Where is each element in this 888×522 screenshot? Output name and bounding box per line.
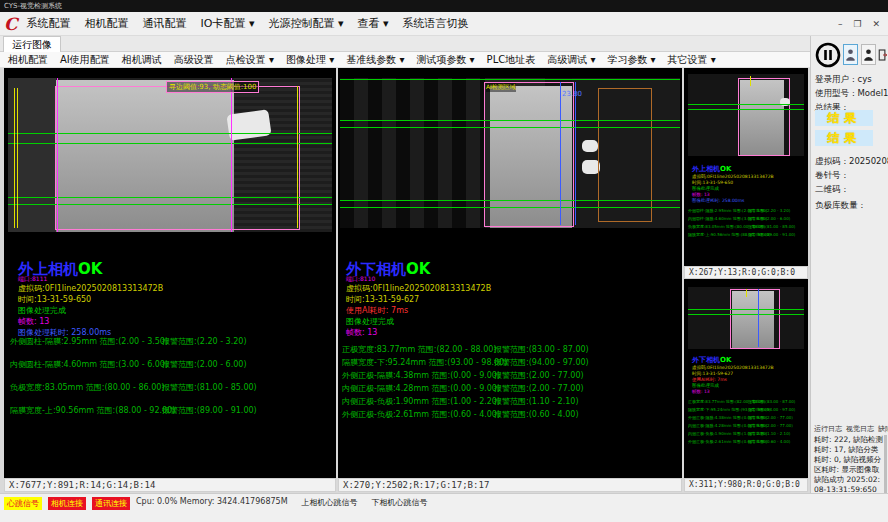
- mini-view-lower[interactable]: 外下相机OK 虚拟码:0FI1line2025020813313472B 时间:…: [684, 279, 808, 478]
- window-title: CYS-视觉检测系统: [4, 2, 62, 10]
- toolbar-test-params[interactable]: 测试项参数 ▾: [416, 53, 474, 67]
- result-ok: OK: [720, 165, 731, 173]
- process-done-text: 图像处理完成: [346, 316, 394, 327]
- login-user-button[interactable]: [843, 44, 858, 65]
- app-logo-icon: C: [4, 14, 18, 34]
- elapsed-text: 图像处理耗时: 258.00ms: [692, 198, 744, 203]
- maximize-button[interactable]: ❐: [853, 19, 861, 29]
- menu-language-switch[interactable]: 系统语言切换: [403, 16, 469, 31]
- tab-run-log[interactable]: 运行日志: [814, 424, 842, 434]
- process-done-text: 图像处理完成: [692, 383, 719, 388]
- mini-camera-image[interactable]: [688, 74, 804, 156]
- measure-line: [688, 109, 804, 110]
- ref-line: [746, 289, 747, 297]
- upper-camera-heartbeat-link[interactable]: 上相机心跳信号: [302, 497, 358, 508]
- measure-line: [340, 127, 680, 128]
- cpu-memory-text: Cpu: 0.0% Memory: 3424.41796875M: [136, 497, 288, 506]
- camera-image-lower[interactable]: 23.80 AI检测区域: [340, 78, 680, 228]
- toolbar-advanced-settings[interactable]: 高级设置: [174, 53, 214, 67]
- tab-run-image[interactable]: 运行图像: [3, 36, 61, 52]
- camera-image-upper[interactable]: 寻边阈值:93, 动态阈值:100: [8, 78, 332, 232]
- menu-items: 系统配置 相机配置 通讯配置 IO卡配置 ▾ 光源控制配置 ▾ 查看 ▾ 系统语…: [27, 16, 469, 31]
- alarm-range: 报警范围:(2.00 - 6.00): [162, 359, 247, 370]
- menu-bar: C 系统配置 相机配置 通讯配置 IO卡配置 ▾ 光源控制配置 ▾ 查看 ▾ 系…: [0, 12, 888, 36]
- tab-vision-log[interactable]: 视觉日志: [846, 424, 874, 434]
- exit-button[interactable]: [878, 44, 888, 65]
- measure-line: [340, 79, 680, 80]
- time-text: 时间:13-31-59-650: [18, 294, 91, 305]
- pixel-status-mini-bottom: X:311;Y:980;R:0;G:0;B:0: [684, 478, 808, 492]
- toolbar-baseline-params[interactable]: 基准线参数 ▾: [346, 53, 404, 67]
- machine-area: [8, 78, 56, 232]
- camera-connect-badge: 相机连接: [48, 497, 86, 510]
- roi-rect: [55, 86, 300, 230]
- menu-system-config[interactable]: 系统配置: [27, 16, 71, 31]
- menu-io-config[interactable]: IO卡配置 ▾: [201, 16, 255, 31]
- mini-view-upper[interactable]: 外上相机OK 虚拟码:0FI1line2025020813313472B 时间:…: [684, 68, 808, 266]
- heartbeat-badge: 心跳信号: [4, 497, 42, 510]
- measure-line: [688, 314, 804, 315]
- alarm-range: 报警范围:(94.00 - 97.00): [494, 357, 589, 368]
- frame-count-text: 帧数: 13: [346, 327, 377, 338]
- barcode-text: 虚拟码:0FI1line2025020813313472B: [346, 283, 491, 294]
- alarm-range: 报警范围:(2.00 - 77.00): [748, 423, 793, 428]
- toolbar-learning-params[interactable]: 学习参数 ▾: [607, 53, 655, 67]
- alarm-range: 报警范围:(0.60 - 4.00): [494, 409, 579, 420]
- ai-roi-rect: [598, 88, 652, 222]
- process-done-text: 图像处理完成: [692, 186, 719, 191]
- edge-line: [57, 78, 58, 232]
- mini-camera-image[interactable]: [688, 287, 804, 349]
- camera-view-lower[interactable]: 23.80 AI检测区域 外下相机OK 端口:8110 虚拟码:0FI1line…: [338, 68, 682, 478]
- alarm-range: 报警范围:(83.00 - 87.00): [494, 344, 589, 355]
- exit-door-icon: [878, 47, 888, 63]
- title-bar: CYS-视觉检测系统: [0, 0, 888, 12]
- result-ok: OK: [78, 260, 102, 278]
- neg-count-label: 负极库数量：: [815, 200, 866, 212]
- menu-camera-config[interactable]: 相机配置: [85, 16, 129, 31]
- toolbar-spotcheck-settings[interactable]: 点检设置 ▾: [226, 53, 274, 67]
- toolbar-camera-config[interactable]: 相机配置: [8, 53, 48, 67]
- result-ok: OK: [406, 260, 430, 278]
- frame-count-text: 帧数: 13: [692, 192, 710, 197]
- alarm-range: 报警范围:(1.10 - 2.10): [494, 396, 579, 407]
- close-button[interactable]: ✕: [872, 19, 880, 29]
- alarm-range: 报警范围:(89.00 - 91.00): [748, 232, 795, 237]
- alarm-range: 报警范围:(0.60 - 4.00): [748, 439, 790, 444]
- alarm-range: 报警范围:(2.00 - 77.00): [494, 383, 584, 394]
- roi-rect: [730, 289, 780, 349]
- lower-camera-heartbeat-link[interactable]: 下相机心跳信号: [372, 497, 428, 508]
- edge-line: [231, 78, 232, 232]
- toolbar-other-settings[interactable]: 其它设置 ▾: [668, 53, 716, 67]
- menu-light-config[interactable]: 光源控制配置 ▾: [268, 16, 343, 31]
- frame-count-text: 帧数: 13: [18, 316, 49, 327]
- roi-rect: [738, 78, 790, 156]
- toolbar-advanced-debug[interactable]: 高级调试 ▾: [547, 53, 595, 67]
- gauge-line: [560, 82, 561, 225]
- toolbar-plc-table[interactable]: PLC地址表: [487, 53, 536, 67]
- pause-button[interactable]: [815, 42, 841, 68]
- camera-result-title: 外上相机OK: [692, 164, 731, 174]
- frame-count-text: 帧数: 13: [692, 389, 710, 394]
- toolbar-image-processing[interactable]: 图像处理 ▾: [286, 53, 334, 67]
- barcode-text: 虚拟码:0FI1line2025020813313472B: [692, 174, 774, 179]
- ref-line: [297, 86, 298, 228]
- measurement-row: 正极宽度:83.77mm 范围:(82.00 - 88.00): [342, 344, 496, 355]
- alarm-range: 报警范围:(94.00 - 97.00): [748, 407, 795, 412]
- minimize-button[interactable]: –: [838, 19, 843, 29]
- menu-view[interactable]: 查看 ▾: [357, 16, 388, 31]
- user-dark-icon: [863, 47, 874, 62]
- ref-line: [750, 76, 751, 86]
- alarm-range: 报警范围:(2.00 - 6.00): [748, 216, 790, 221]
- alarm-range: 报警范围:(2.00 - 77.00): [494, 370, 584, 381]
- toolbar: 相机配置 AI使用配置 相机调试 高级设置 点检设置 ▾ 图像处理 ▾ 基准线参…: [0, 52, 888, 68]
- toolbar-ai-config[interactable]: AI使用配置: [60, 53, 110, 67]
- status-bar: 心跳信号 相机连接 通讯连接 Cpu: 0.0% Memory: 3424.41…: [0, 493, 888, 522]
- tab-defect-log[interactable]: 缺陷日志: [878, 424, 888, 434]
- alarm-range: 报警范围:(83.00 - 87.00): [748, 399, 795, 404]
- measure-line: [688, 104, 804, 105]
- toolbar-camera-debug[interactable]: 相机调试: [122, 53, 162, 67]
- user-lock-button[interactable]: [861, 44, 876, 65]
- app-window: CYS-视觉检测系统 C 系统配置 相机配置 通讯配置 IO卡配置 ▾ 光源控制…: [0, 0, 888, 522]
- menu-comm-config[interactable]: 通讯配置: [143, 16, 187, 31]
- camera-view-upper[interactable]: 寻边阈值:93, 动态阈值:100 外上相机OK 端口:8111 虚拟码:0FI…: [4, 68, 336, 478]
